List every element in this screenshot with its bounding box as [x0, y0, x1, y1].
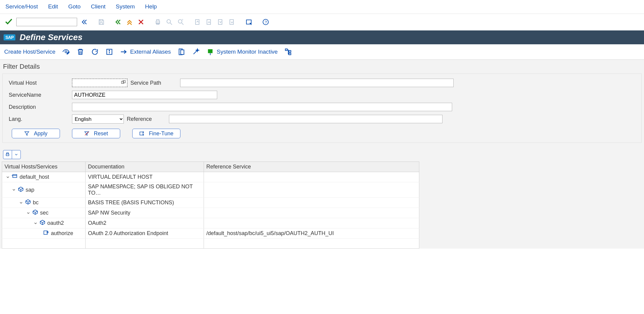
- first-page-icon[interactable]: [193, 18, 202, 26]
- enter-icon[interactable]: [4, 17, 13, 27]
- table-row[interactable]: oauth2OAuth2: [2, 218, 419, 228]
- prev-page-icon[interactable]: [205, 18, 213, 26]
- menu-edit[interactable]: Edit: [46, 2, 61, 12]
- apply-button-label: Apply: [34, 130, 47, 137]
- find-next-icon[interactable]: +: [177, 18, 185, 26]
- apply-button[interactable]: Apply: [12, 129, 60, 138]
- display-change-icon[interactable]: [62, 48, 70, 56]
- svg-line-10: [182, 23, 183, 25]
- expander-icon[interactable]: [26, 211, 30, 215]
- tree-ref-cell: [204, 172, 419, 182]
- svg-rect-39: [140, 132, 143, 135]
- command-field[interactable]: [16, 18, 77, 26]
- delete-icon[interactable]: [77, 48, 84, 56]
- tree-dropdown-icon[interactable]: [12, 150, 21, 159]
- service-path-input[interactable]: [180, 79, 454, 87]
- tree-ref-cell: [204, 218, 419, 228]
- table-row[interactable]: authorizeOAuth 2.0 Authorization Endpoin…: [2, 228, 419, 239]
- reference-input[interactable]: [169, 115, 442, 123]
- svg-rect-1: [100, 23, 102, 24]
- expander-icon[interactable]: [33, 221, 38, 225]
- svg-rect-44: [13, 174, 17, 177]
- tree-node-label: sap: [26, 187, 34, 193]
- table-row[interactable]: default_hostVIRTUAL DEFAULT HOST: [2, 172, 419, 182]
- tree-ref-cell: [204, 182, 419, 198]
- tree-ref-cell: [204, 239, 419, 249]
- svg-rect-42: [6, 154, 9, 156]
- pkg-icon: [32, 209, 38, 217]
- cancel-icon[interactable]: [137, 18, 145, 26]
- virtual-host-input[interactable]: [72, 79, 127, 87]
- expander-icon[interactable]: [12, 188, 16, 192]
- svg-line-55: [33, 211, 36, 212]
- col-virtual-hosts[interactable]: Virtual Hosts/Services: [2, 162, 86, 172]
- host-icon: [12, 173, 18, 181]
- tree-toolbar: [2, 149, 642, 162]
- next-page-icon[interactable]: [216, 18, 225, 26]
- svg-rect-5: [157, 20, 159, 21]
- create-host-service-button[interactable]: Create Host/Service: [4, 49, 55, 55]
- svg-line-29: [194, 50, 198, 54]
- menu-goto[interactable]: Goto: [66, 2, 83, 12]
- wizard-icon[interactable]: [192, 48, 200, 56]
- info-icon[interactable]: [105, 48, 113, 56]
- svg-rect-30: [210, 53, 211, 55]
- menu-help[interactable]: Help: [143, 2, 159, 12]
- table-row[interactable]: sapSAP NAMESPACE; SAP IS OBLIGED NOT TO…: [2, 182, 419, 198]
- description-input[interactable]: [72, 103, 452, 111]
- table-row[interactable]: secSAP NW Security: [2, 208, 419, 218]
- lang-select[interactable]: English: [72, 115, 124, 124]
- reset-button-label: Reset: [94, 130, 108, 137]
- tree-print-icon[interactable]: [3, 150, 12, 159]
- table-row[interactable]: [2, 239, 419, 249]
- refresh-icon[interactable]: [91, 48, 99, 56]
- whereused-icon[interactable]: [177, 48, 185, 56]
- menu-client[interactable]: Client: [89, 2, 108, 12]
- table-row[interactable]: bcBASIS TREE (BASIS FUNCTIONS): [2, 198, 419, 208]
- last-page-icon[interactable]: [228, 18, 236, 26]
- external-aliases-button[interactable]: External Aliases: [120, 48, 171, 56]
- print-icon[interactable]: [154, 18, 162, 26]
- value-help-icon[interactable]: [121, 80, 126, 87]
- menu-system[interactable]: System: [113, 2, 137, 12]
- col-documentation[interactable]: Documentation: [86, 162, 204, 172]
- tree-ref-cell: [204, 198, 419, 208]
- expander-icon[interactable]: [19, 201, 23, 205]
- service-name-label: ServiceName: [6, 92, 69, 98]
- save-icon[interactable]: [97, 18, 105, 26]
- tree-doc-cell: SAP NW Security: [86, 208, 204, 218]
- menu-service-host[interactable]: Service/Host: [3, 2, 40, 12]
- system-monitor-button[interactable]: System Monitor Inactive: [206, 48, 278, 56]
- svg-line-59: [40, 221, 43, 223]
- find-icon[interactable]: [165, 18, 174, 26]
- application-toolbar: Create Host/Service External Aliases Sys…: [0, 44, 644, 60]
- page-title: Define Services: [20, 33, 83, 42]
- help-icon[interactable]: ?: [261, 18, 270, 26]
- svg-line-8: [170, 23, 172, 25]
- new-session-icon[interactable]: [245, 18, 253, 26]
- hierarchy-icon[interactable]: [284, 48, 292, 56]
- filter-section: Filter Details Virtual Host Service Path…: [0, 60, 644, 249]
- col-reference-service[interactable]: Reference Service: [204, 162, 419, 172]
- expander-icon[interactable]: [6, 175, 10, 179]
- tree-section: Virtual Hosts/Services Documentation Ref…: [0, 149, 644, 249]
- collapse-left-icon[interactable]: [80, 18, 89, 26]
- fine-tune-button[interactable]: Fine-Tune: [132, 129, 180, 138]
- svg-point-20: [65, 51, 67, 53]
- pkg-icon: [18, 186, 24, 194]
- svg-rect-43: [7, 153, 8, 154]
- svg-rect-35: [123, 80, 126, 83]
- reset-button[interactable]: Reset: [72, 129, 120, 138]
- service-name-input[interactable]: [72, 91, 217, 99]
- tree-node-label: authorize: [51, 230, 73, 237]
- system-monitor-label: System Monitor Inactive: [217, 49, 278, 55]
- title-bar: SAP Define Services: [0, 30, 644, 44]
- external-aliases-label: External Aliases: [130, 49, 171, 55]
- back-icon[interactable]: [114, 18, 122, 26]
- standard-toolbar: + ?: [0, 14, 644, 30]
- services-tree-grid: Virtual Hosts/Services Documentation Ref…: [2, 162, 419, 249]
- tree-doc-cell: OAuth 2.0 Authorization Endpoint: [86, 228, 204, 239]
- svg-text:+: +: [182, 18, 183, 21]
- tree-node-label: oauth2: [47, 220, 64, 226]
- exit-icon[interactable]: [125, 18, 134, 26]
